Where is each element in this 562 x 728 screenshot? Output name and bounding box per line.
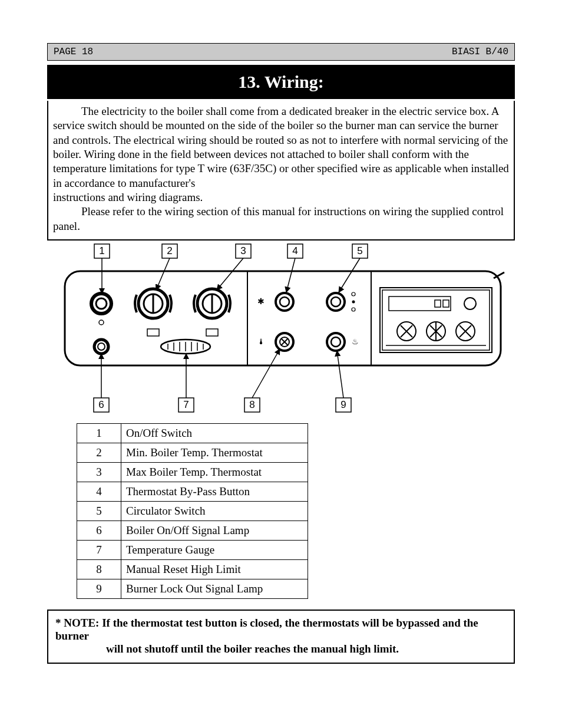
svg-text:6: 6 [98, 399, 104, 410]
table-row: 6 Boiler On/Off Signal Lamp [77, 521, 308, 541]
body-paragraph-1b: instructions and wiring diagrams. [53, 190, 509, 205]
body-paragraph-1: The electricity to the boiler shall come… [53, 104, 509, 190]
legend-description: Manual Reset High Limit [121, 560, 308, 579]
legend-description: Boiler On/Off Signal Lamp [121, 521, 308, 541]
legend-description: Burner Lock Out Signal Lamp [121, 579, 308, 599]
table-row: 5 Circulator Switch [77, 502, 308, 521]
svg-text:3: 3 [240, 245, 246, 256]
legend-description: Min. Boiler Temp. Thermostat [121, 443, 308, 463]
page-number-label: PAGE 18 [54, 47, 93, 57]
table-row: 3 Max Boiler Temp. Thermostat [77, 463, 308, 482]
page: PAGE 18 BIASI B/40 13. Wiring: The elect… [0, 0, 562, 728]
svg-point-31 [352, 301, 355, 304]
svg-text:4: 4 [292, 245, 297, 256]
svg-text:🌡: 🌡 [257, 337, 265, 346]
document-id-label: BIASI B/40 [452, 47, 508, 57]
legend-description: Max Boiler Temp. Thermostat [121, 463, 308, 482]
body-paragraph-2: Please refer to the wiring section of th… [53, 205, 509, 233]
svg-text:1: 1 [99, 245, 104, 256]
note-line-2: will not shutoff until the boiler reache… [55, 643, 507, 655]
svg-text:✱: ✱ [257, 297, 265, 306]
svg-text:9: 9 [340, 399, 346, 410]
legend-table: 1 On/Off Switch 2 Min. Boiler Temp. Ther… [77, 423, 308, 599]
table-row: 9 Burner Lock Out Signal Lamp [77, 579, 308, 599]
legend-number: 2 [77, 443, 121, 463]
section-heading: 13. Wiring: [47, 65, 515, 99]
svg-text:♨: ♨ [352, 337, 359, 346]
legend-number: 7 [77, 541, 121, 560]
legend-number: 3 [77, 463, 121, 482]
note-line-1: * NOTE: If the thermostat test button is… [55, 617, 507, 643]
legend-description: Thermostat By-Pass Button [121, 482, 308, 502]
table-row: 2 Min. Boiler Temp. Thermostat [77, 443, 308, 463]
table-row: 8 Manual Reset High Limit [77, 560, 308, 579]
page-header-bar: PAGE 18 BIASI B/40 [47, 43, 515, 61]
svg-text:8: 8 [249, 399, 254, 410]
legend-description: Circulator Switch [121, 502, 308, 521]
legend-number: 9 [77, 579, 121, 599]
legend-number: 6 [77, 521, 121, 541]
svg-text:7: 7 [183, 399, 189, 410]
legend-description: On/Off Switch [121, 424, 308, 443]
legend-number: 4 [77, 482, 121, 502]
legend-number: 8 [77, 560, 121, 579]
table-row: 4 Thermostat By-Pass Button [77, 482, 308, 502]
legend-number: 5 [77, 502, 121, 521]
table-row: 7 Temperature Gauge [77, 541, 308, 560]
legend-number: 1 [77, 424, 121, 443]
table-row: 1 On/Off Switch [77, 424, 308, 443]
legend-description: Temperature Gauge [121, 541, 308, 560]
svg-text:5: 5 [357, 245, 362, 256]
control-panel-diagram: ✱ 🌡 ♨ [59, 236, 507, 419]
svg-text:2: 2 [167, 245, 172, 256]
section-title: 13. Wiring: [238, 72, 324, 92]
body-text-box: The electricity to the boiler shall come… [47, 101, 515, 241]
note-box: * NOTE: If the thermostat test button is… [47, 610, 515, 664]
